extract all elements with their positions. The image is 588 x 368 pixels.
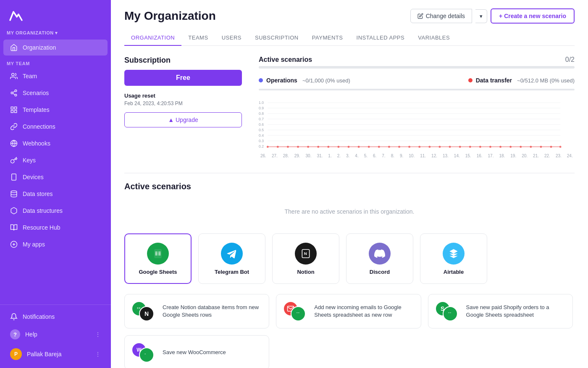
discord-svg <box>374 248 385 259</box>
change-details-dropdown-button[interactable]: ▾ <box>475 9 487 23</box>
svg-point-57 <box>469 146 471 148</box>
tab-users[interactable]: USERS <box>215 30 248 46</box>
sidebar-item-devices[interactable]: Devices <box>3 169 108 185</box>
operations-metric: Operations ~0/1,000 (0% used) <box>259 77 350 84</box>
metrics-row: Operations ~0/1,000 (0% used) Data trans… <box>259 77 575 84</box>
content-area: Subscription Free Usage reset Feb 24, 20… <box>111 46 588 368</box>
upgrade-button[interactable]: ▲ Upgrade <box>124 112 242 127</box>
app-card-google-sheets[interactable]: Google Sheets <box>124 233 192 284</box>
svg-point-64 <box>540 146 542 148</box>
templates-row: N Create Notion database items from new … <box>124 294 575 328</box>
user-more-icon[interactable]: ⋮ <box>95 351 101 357</box>
create-scenario-button[interactable]: + Create a new scenario <box>491 8 575 24</box>
sidebar-item-my-apps[interactable]: My apps <box>3 236 108 252</box>
sidebar-item-help[interactable]: ? Help ⋮ <box>3 325 108 344</box>
svg-point-54 <box>439 146 441 148</box>
resource-hub-icon <box>10 224 18 231</box>
airtable-icon <box>443 243 465 265</box>
sidebar-item-notifications[interactable]: Notifications <box>3 309 108 325</box>
change-details-button[interactable]: Change details <box>410 9 472 23</box>
tab-installed-apps[interactable]: INSTALLED APPS <box>350 30 412 46</box>
page-title: My Organization <box>124 9 216 23</box>
main-header: My Organization Change details ▾ + Creat… <box>111 0 588 46</box>
tab-subscription[interactable]: SUBSCRIPTION <box>248 30 305 46</box>
tab-payments[interactable]: PAYMENTS <box>305 30 350 46</box>
svg-point-44 <box>338 146 340 148</box>
svg-point-46 <box>358 146 360 148</box>
operations-bar <box>259 89 575 90</box>
tab-variables[interactable]: VARIABLES <box>411 30 457 46</box>
svg-point-37 <box>267 146 269 148</box>
sidebar-item-team[interactable]: Team <box>3 68 108 84</box>
svg-point-59 <box>489 146 491 148</box>
svg-rect-6 <box>11 107 13 109</box>
active-scenarios-title: Active scenarios <box>259 56 312 64</box>
app-card-telegram[interactable]: Telegram Bot <box>198 233 265 284</box>
active-scenarios-progress <box>259 66 575 69</box>
help-more-icon[interactable]: ⋮ <box>95 331 101 338</box>
template-woocommerce[interactable]: W Save new WooCommerce <box>124 335 269 368</box>
sidebar-item-templates[interactable]: Templates <box>3 102 108 118</box>
org-selector[interactable]: MY ORGANIZATION ▾ <box>0 30 111 39</box>
templates-icon <box>10 106 18 114</box>
svg-rect-78 <box>137 308 139 309</box>
template-email-sheets-icons <box>283 301 308 321</box>
svg-point-56 <box>459 146 461 148</box>
usage-reset-date: Feb 24, 2023, 4:20:53 PM <box>124 101 242 106</box>
sidebar-item-webhooks[interactable]: Webhooks <box>3 135 108 151</box>
svg-text:0.8: 0.8 <box>259 111 264 116</box>
svg-point-52 <box>418 146 420 148</box>
data-structures-icon <box>10 207 18 214</box>
svg-rect-72 <box>155 254 158 255</box>
sidebar-item-data-structures[interactable]: Data structures <box>3 203 108 219</box>
svg-rect-82 <box>448 312 449 313</box>
data-transfer-dot <box>468 78 472 82</box>
keys-icon <box>10 156 18 164</box>
sidebar-item-data-stores[interactable]: Data stores <box>3 186 108 202</box>
svg-point-60 <box>499 146 501 148</box>
svg-rect-79 <box>139 308 140 309</box>
svg-point-53 <box>428 146 430 148</box>
tab-organization[interactable]: ORGANIZATION <box>124 30 181 46</box>
svg-line-5 <box>13 91 15 93</box>
svg-rect-77 <box>139 307 140 308</box>
svg-rect-83 <box>450 312 451 313</box>
sidebar-item-connections[interactable]: Connections <box>3 119 108 135</box>
tab-teams[interactable]: TEAMS <box>181 30 215 46</box>
svg-rect-73 <box>158 254 160 255</box>
svg-point-50 <box>398 146 400 148</box>
usage-reset-label: Usage reset <box>124 93 242 99</box>
template-notion-sheets[interactable]: N Create Notion database items from new … <box>124 294 269 328</box>
sidebar-item-user[interactable]: P Pallak Bareja ⋮ <box>3 344 108 364</box>
google-sheets-icon <box>147 243 169 265</box>
discord-icon <box>369 243 391 265</box>
plan-badge: Free <box>124 70 242 86</box>
svg-rect-80 <box>297 312 298 313</box>
my-apps-icon <box>10 241 18 248</box>
template-notion-icon-2: N <box>139 306 154 321</box>
template-shopify-sheets[interactable]: S Save new paid Shopify orders to a Goog… <box>428 294 573 328</box>
chart-svg: 1.0 0.9 0.8 0.7 0.6 0.5 0.4 0.3 0.2 <box>259 101 575 151</box>
sidebar-item-scenarios[interactable]: Scenarios <box>3 85 108 101</box>
svg-point-14 <box>11 191 17 193</box>
devices-icon <box>10 173 18 181</box>
svg-text:0.4: 0.4 <box>259 133 264 138</box>
svg-point-40 <box>297 146 299 148</box>
app-card-notion[interactable]: N Notion <box>272 233 339 284</box>
svg-rect-9 <box>11 111 13 113</box>
notion-icon: N <box>295 243 317 265</box>
sidebar-item-resource-hub[interactable]: Resource Hub <box>3 220 108 236</box>
sidebar-item-keys[interactable]: Keys <box>3 152 108 168</box>
svg-point-61 <box>509 146 512 148</box>
svg-text:0.9: 0.9 <box>259 106 264 110</box>
template-email-sheets[interactable]: Add new incoming emails to Google Sheets… <box>276 294 421 328</box>
svg-point-2 <box>11 92 13 94</box>
sidebar-item-organization[interactable]: Organization <box>3 40 108 56</box>
svg-point-38 <box>277 146 279 148</box>
app-card-airtable[interactable]: Airtable <box>420 233 487 284</box>
notion-svg: N <box>300 248 311 259</box>
app-card-discord[interactable]: Discord <box>346 233 413 284</box>
active-scenarios-count: 0/2 <box>565 56 575 64</box>
usage-chart: 1.0 0.9 0.8 0.7 0.6 0.5 0.4 0.3 0.2 <box>259 101 575 159</box>
svg-text:0.3: 0.3 <box>259 139 264 143</box>
